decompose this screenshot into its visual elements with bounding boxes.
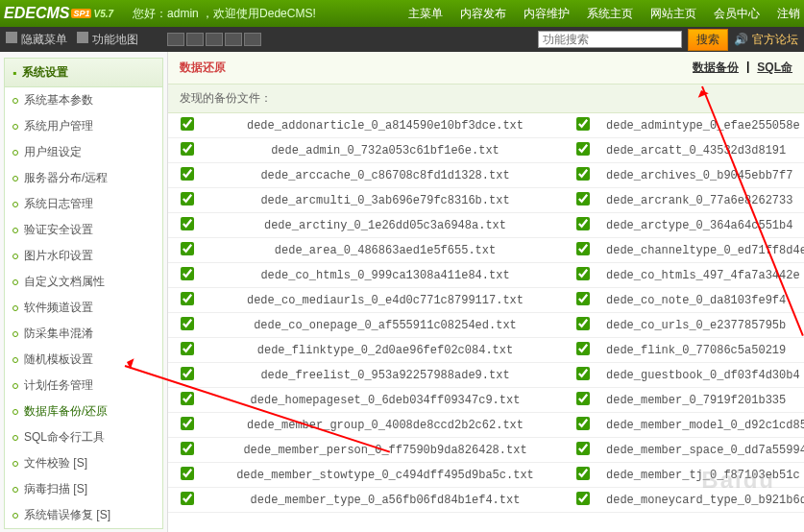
sidebar-item[interactable]: 系统用户管理 <box>5 113 162 139</box>
sidebar-item-label: 用户组设定 <box>24 144 82 160</box>
file-checkbox[interactable] <box>576 292 590 305</box>
file-checkbox[interactable] <box>181 142 194 156</box>
sidebar-item[interactable]: SQL命令行工具 <box>5 424 162 450</box>
file-checkbox[interactable] <box>181 467 194 480</box>
bullet-icon <box>12 279 18 285</box>
link-backup[interactable]: 数据备份 <box>693 60 739 76</box>
sidebar-item[interactable]: 软件频道设置 <box>5 295 162 321</box>
sidebar-item[interactable]: 验证安全设置 <box>5 217 162 243</box>
bullet-icon <box>12 254 18 259</box>
menu-main[interactable]: 主菜单 <box>408 6 443 22</box>
file-name: dede_member_person_0_ff7590b9da826428.tx… <box>207 440 564 461</box>
menu-member[interactable]: 会员中心 <box>714 6 760 22</box>
sidebar-item[interactable]: 图片水印设置 <box>5 243 162 269</box>
file-checkbox[interactable] <box>576 317 590 330</box>
forum-link[interactable]: 🔊官方论坛 <box>734 32 798 48</box>
link-sql[interactable]: SQL命 <box>757 60 792 76</box>
file-checkbox[interactable] <box>181 367 194 380</box>
file-checkbox[interactable] <box>576 417 590 430</box>
file-checkbox[interactable] <box>576 117 590 131</box>
file-checkbox[interactable] <box>576 242 590 255</box>
hide-menu-btn[interactable]: 隐藏菜单 <box>6 32 67 48</box>
file-checkbox[interactable] <box>181 117 194 131</box>
file-checkbox[interactable] <box>181 417 194 430</box>
sidebar-item[interactable]: 系统错误修复 [S] <box>5 502 162 528</box>
file-name: dede_arcatt_0_43532d3d8191 <box>602 140 804 161</box>
mini-tab[interactable] <box>206 33 223 46</box>
file-checkbox[interactable] <box>181 267 194 280</box>
file-checkbox[interactable] <box>181 342 194 355</box>
menu-site-home[interactable]: 网站主页 <box>650 6 696 22</box>
sidebar-item-label: 验证安全设置 <box>24 222 93 238</box>
file-name: dede_co_note_0_da8103fe9f4 <box>602 290 804 311</box>
mini-tab[interactable] <box>225 33 242 46</box>
bullet-icon <box>12 98 18 104</box>
file-checkbox[interactable] <box>576 367 590 380</box>
sound-icon: 🔊 <box>734 33 748 46</box>
sidebar-item[interactable]: 系统日志管理 <box>5 191 162 217</box>
top-header: EDECMS SP1 V5.7 您好：admin ，欢迎使用DedeCMS! 主… <box>0 0 804 27</box>
sidebar-item-label: 自定义文档属性 <box>24 274 105 290</box>
file-name: dede_freelist_0_953a92257988ade9.txt <box>207 365 564 386</box>
file-name: dede_member_space_0_dd7a55994 <box>602 440 804 461</box>
file-checkbox[interactable] <box>576 217 590 230</box>
file-name: dede_arcmulti_0_3ab696e79fc8316b.txt <box>207 190 564 211</box>
sidebar-item-label: 防采集串混淆 <box>24 326 93 342</box>
function-map-btn[interactable]: 功能地图 <box>77 32 138 48</box>
sidebar-item-label: 随机模板设置 <box>24 351 93 368</box>
bullet-icon <box>12 357 18 363</box>
sidebar-item[interactable]: 用户组设定 <box>5 139 162 165</box>
search-input[interactable] <box>538 31 682 48</box>
sub-toolbar: 隐藏菜单 功能地图 搜索 🔊官方论坛 <box>0 27 804 52</box>
file-checkbox[interactable] <box>181 217 194 230</box>
map-icon <box>77 32 88 43</box>
file-name: dede_member_type_0_a56fb06fd84b1ef4.txt <box>207 490 564 511</box>
bullet-icon <box>12 202 18 207</box>
file-checkbox[interactable] <box>576 167 590 181</box>
file-checkbox[interactable] <box>576 192 590 206</box>
sidebar-item[interactable]: 防采集串混淆 <box>5 321 162 347</box>
sidebar-item[interactable]: 自定义文档属性 <box>5 269 162 295</box>
file-name: dede_area_0_486863aed1e5f655.txt <box>207 240 564 261</box>
sidebar-item[interactable]: 系统基本参数 <box>5 87 162 113</box>
mini-tab[interactable] <box>167 33 184 46</box>
file-checkbox[interactable] <box>576 142 590 156</box>
file-checkbox[interactable] <box>181 242 194 255</box>
file-checkbox[interactable] <box>181 167 194 181</box>
menu-system-home[interactable]: 系统主页 <box>587 6 633 22</box>
file-name: dede_admintype_0_efae255058e <box>602 115 804 136</box>
mini-tab[interactable] <box>186 33 204 46</box>
sidebar-item[interactable]: 随机模板设置 <box>5 347 162 373</box>
file-name: dede_arcrank_0_77a6e8262733 <box>602 190 804 211</box>
sidebar-item[interactable]: 计划任务管理 <box>5 373 162 399</box>
file-checkbox[interactable] <box>181 192 194 206</box>
search-button[interactable]: 搜索 <box>688 29 728 51</box>
file-checkbox[interactable] <box>181 392 194 405</box>
file-checkbox[interactable] <box>181 317 194 330</box>
sidebar-section-system[interactable]: 系统设置 <box>5 59 162 87</box>
sidebar-item[interactable]: 数据库备份/还原 <box>5 399 162 424</box>
menu-maintain[interactable]: 内容维护 <box>524 6 570 22</box>
file-checkbox[interactable] <box>181 292 194 305</box>
table-row: dede_area_0_486863aed1e5f655.txtdede_cha… <box>168 238 804 263</box>
file-checkbox[interactable] <box>181 492 194 505</box>
file-checkbox[interactable] <box>576 442 590 455</box>
file-checkbox[interactable] <box>181 442 194 455</box>
mini-tab[interactable] <box>244 33 261 46</box>
table-row: dede_member_type_0_a56fb06fd84b1ef4.txtd… <box>168 488 804 513</box>
sidebar-item-label: 图片水印设置 <box>24 248 93 264</box>
file-name: dede_homepageset_0_6deb034ff09347c9.txt <box>207 390 564 411</box>
file-checkbox[interactable] <box>576 342 590 355</box>
menu-publish[interactable]: 内容发布 <box>460 6 506 22</box>
logo-version: V5.7 <box>93 9 113 19</box>
menu-logout[interactable]: 注销 <box>777 6 800 22</box>
file-checkbox[interactable] <box>576 467 590 480</box>
file-checkbox[interactable] <box>576 392 590 405</box>
file-name: dede_addonarticle_0_a814590e10bf3dce.txt <box>207 115 564 136</box>
bullet-icon <box>12 228 18 233</box>
sidebar-item[interactable]: 文件校验 [S] <box>5 450 162 476</box>
file-checkbox[interactable] <box>576 267 590 280</box>
file-checkbox[interactable] <box>576 492 590 505</box>
sidebar-item[interactable]: 病毒扫描 [S] <box>5 476 162 502</box>
sidebar-item[interactable]: 服务器分布/远程 <box>5 165 162 191</box>
